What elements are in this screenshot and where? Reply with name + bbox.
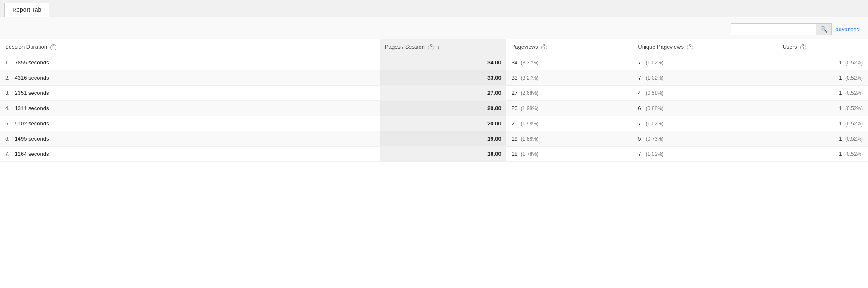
sort-desc-icon[interactable]: ↓	[437, 44, 440, 50]
cell-pages-session: 19.00	[380, 131, 506, 146]
unique-pct: (1.02%)	[646, 60, 664, 66]
session-value: 4316 seconds	[14, 75, 49, 81]
cell-users: 1 (0.52%)	[778, 70, 868, 85]
search-input-wrap: 🔍	[731, 23, 832, 35]
pageviews-pct: (3.27%)	[521, 75, 539, 81]
cell-users: 1 (0.52%)	[778, 131, 868, 146]
cell-pageviews: 34 (3.37%)	[506, 55, 633, 70]
session-value: 1264 seconds	[14, 151, 49, 157]
users-pct: (0.52%)	[845, 151, 863, 157]
unique-pct: (0.58%)	[646, 90, 664, 96]
cell-unique-pageviews: 7 (1.02%)	[633, 146, 777, 161]
table-row: 7. 1264 seconds 18.00 18 (1.78%) 7 (1.02…	[0, 146, 868, 161]
th-pages-session: Pages / Session ? ↓	[380, 39, 506, 55]
cell-unique-pageviews: 5 (0.73%)	[633, 131, 777, 146]
users-pct: (0.52%)	[845, 105, 863, 111]
advanced-link[interactable]: advanced	[836, 26, 860, 33]
pageviews-pct: (1.78%)	[521, 151, 539, 157]
session-value: 7855 seconds	[14, 59, 49, 66]
table-row: 2. 4316 seconds 33.00 33 (3.27%) 7 (1.02…	[0, 70, 868, 85]
cell-pageviews: 18 (1.78%)	[506, 146, 633, 161]
cell-pages-session: 20.00	[380, 100, 506, 116]
cell-session-duration: 7. 1264 seconds	[0, 146, 380, 161]
unique-pct: (0.88%)	[646, 105, 664, 111]
unique-pct: (1.02%)	[646, 151, 664, 157]
row-number: 7.	[5, 151, 10, 157]
table-row: 4. 1311 seconds 20.00 20 (1.98%) 6 (0.88…	[0, 100, 868, 116]
users-pct: (0.52%)	[845, 121, 863, 127]
search-input[interactable]	[731, 24, 816, 35]
cell-unique-pageviews: 4 (0.58%)	[633, 85, 777, 100]
unique-pageviews-help-icon[interactable]: ?	[687, 44, 693, 50]
session-value: 1311 seconds	[14, 105, 49, 111]
report-tab[interactable]: Report Tab	[4, 3, 49, 17]
cell-pageviews: 27 (2.68%)	[506, 85, 633, 100]
cell-users: 1 (0.52%)	[778, 85, 868, 100]
row-number: 1.	[5, 59, 10, 66]
row-number: 5.	[5, 120, 10, 127]
report-table: Session Duration ? Pages / Session ? ↓ P…	[0, 39, 868, 162]
row-number: 4.	[5, 105, 10, 111]
th-users: Users ?	[778, 39, 868, 55]
pages-session-help-icon[interactable]: ?	[428, 44, 434, 50]
tab-bar: Report Tab	[0, 0, 868, 17]
users-help-icon[interactable]: ?	[800, 44, 806, 50]
row-number: 3.	[5, 90, 10, 96]
cell-pageviews: 19 (1.88%)	[506, 131, 633, 146]
pageviews-pct: (1.98%)	[521, 105, 539, 111]
pageviews-pct: (3.37%)	[521, 60, 539, 66]
users-pct: (0.52%)	[845, 75, 863, 81]
cell-session-duration: 3. 2351 seconds	[0, 85, 380, 100]
pageviews-pct: (1.88%)	[521, 136, 539, 142]
table-row: 6. 1495 seconds 19.00 19 (1.88%) 5 (0.73…	[0, 131, 868, 146]
table-row: 1. 7855 seconds 34.00 34 (3.37%) 7 (1.02…	[0, 55, 868, 70]
pageviews-help-icon[interactable]: ?	[541, 44, 547, 50]
cell-session-duration: 5. 5102 seconds	[0, 116, 380, 131]
cell-session-duration: 6. 1495 seconds	[0, 131, 380, 146]
unique-pct: (1.02%)	[646, 121, 664, 127]
cell-pages-session: 34.00	[380, 55, 506, 70]
search-button[interactable]: 🔍	[816, 24, 831, 35]
session-value: 2351 seconds	[14, 90, 49, 96]
th-pageviews: Pageviews ?	[506, 39, 633, 55]
session-value: 5102 seconds	[14, 120, 49, 127]
cell-unique-pageviews: 7 (1.02%)	[633, 116, 777, 131]
cell-unique-pageviews: 6 (0.88%)	[633, 100, 777, 116]
cell-users: 1 (0.52%)	[778, 146, 868, 161]
th-session-duration: Session Duration ?	[0, 39, 380, 55]
table-row: 5. 5102 seconds 20.00 20 (1.98%) 7 (1.02…	[0, 116, 868, 131]
cell-users: 1 (0.52%)	[778, 100, 868, 116]
cell-users: 1 (0.52%)	[778, 116, 868, 131]
cell-pages-session: 18.00	[380, 146, 506, 161]
unique-pct: (1.02%)	[646, 75, 664, 81]
cell-pages-session: 20.00	[380, 116, 506, 131]
users-pct: (0.52%)	[845, 60, 863, 66]
table-header-row: Session Duration ? Pages / Session ? ↓ P…	[0, 39, 868, 55]
pageviews-pct: (2.68%)	[521, 90, 539, 96]
session-value: 1495 seconds	[14, 136, 49, 142]
unique-pct: (0.73%)	[646, 136, 664, 142]
th-unique-pageviews: Unique Pageviews ?	[633, 39, 777, 55]
search-bar: 🔍 advanced	[0, 17, 868, 39]
users-pct: (0.52%)	[845, 136, 863, 142]
cell-pages-session: 33.00	[380, 70, 506, 85]
session-duration-help-icon[interactable]: ?	[50, 44, 56, 50]
table-row: 3. 2351 seconds 27.00 27 (2.68%) 4 (0.58…	[0, 85, 868, 100]
row-number: 2.	[5, 75, 10, 81]
pageviews-pct: (1.98%)	[521, 121, 539, 127]
cell-session-duration: 1. 7855 seconds	[0, 55, 380, 70]
cell-unique-pageviews: 7 (1.02%)	[633, 55, 777, 70]
cell-unique-pageviews: 7 (1.02%)	[633, 70, 777, 85]
users-pct: (0.52%)	[845, 90, 863, 96]
row-number: 6.	[5, 136, 10, 142]
cell-pageviews: 20 (1.98%)	[506, 116, 633, 131]
cell-pageviews: 33 (3.27%)	[506, 70, 633, 85]
cell-pageviews: 20 (1.98%)	[506, 100, 633, 116]
cell-users: 1 (0.52%)	[778, 55, 868, 70]
cell-session-duration: 4. 1311 seconds	[0, 100, 380, 116]
cell-pages-session: 27.00	[380, 85, 506, 100]
cell-session-duration: 2. 4316 seconds	[0, 70, 380, 85]
